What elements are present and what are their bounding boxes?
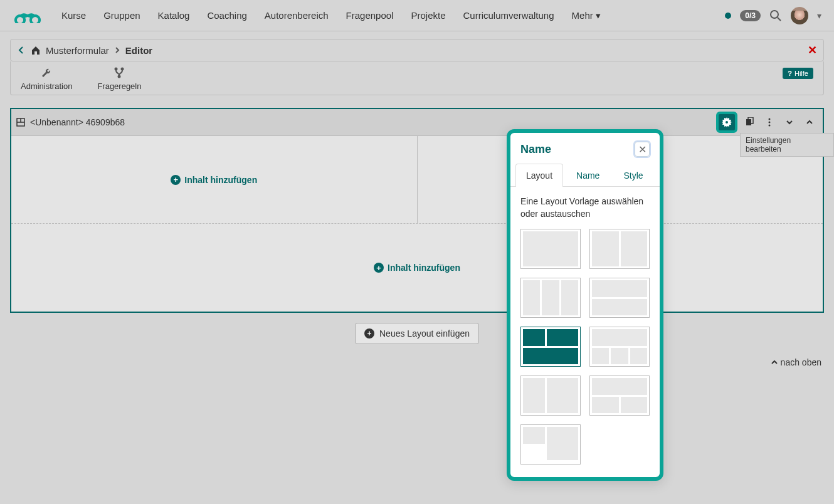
tab-style[interactable]: Style — [613, 164, 653, 187]
topbar-right: 0/3 ▾ — [725, 7, 821, 24]
popover-tabs: Layout Name Style — [510, 163, 660, 187]
copy-button[interactable] — [741, 114, 757, 130]
chevron-up-icon[interactable] — [801, 114, 818, 130]
popover-description: Eine Layout Vorlage auswählen oder austa… — [520, 196, 650, 220]
chevron-up-icon — [771, 359, 778, 366]
layout-option-1top-3bottom[interactable] — [589, 327, 650, 367]
back-to-top[interactable]: nach oben — [771, 357, 821, 367]
logo[interactable] — [13, 8, 43, 23]
nav-links: Kurse Gruppen Katalog Coaching Autorenbe… — [53, 1, 610, 30]
question-icon: ? — [788, 70, 792, 77]
svg-line-1 — [778, 18, 781, 21]
back-icon[interactable] — [17, 46, 26, 55]
svg-point-4 — [118, 75, 121, 78]
nav-projekte[interactable]: Projekte — [402, 1, 454, 29]
help-button[interactable]: ? Hilfe — [783, 68, 813, 79]
breadcrumb-current: Editor — [125, 45, 152, 56]
more-vertical-icon[interactable] — [761, 114, 778, 130]
chevron-right-icon — [114, 47, 120, 53]
help-label: Hilfe — [794, 70, 808, 77]
layout-title: <Unbenannt> 46909b68 — [30, 117, 711, 127]
svg-point-2 — [115, 68, 118, 71]
tab-name[interactable]: Name — [566, 164, 610, 187]
nav-gruppen[interactable]: Gruppen — [95, 1, 149, 29]
add-content-label: Inhalt hinzufügen — [388, 263, 460, 273]
tool-administration[interactable]: Administration — [21, 66, 72, 91]
nav-katalog[interactable]: Katalog — [149, 1, 199, 29]
toolbar: Administration Frageregeln ? Hilfe — [10, 61, 824, 95]
popover-title: Name — [520, 143, 551, 156]
close-icon[interactable]: ✕ — [808, 43, 817, 57]
branch-icon — [113, 66, 125, 79]
new-layout-button[interactable]: + Neues Layout einfügen — [355, 323, 479, 344]
breadcrumb-title[interactable]: Musterformular — [46, 45, 109, 56]
nav-autorenbereich[interactable]: Autorenbereich — [256, 1, 337, 29]
new-layout-wrap: + Neues Layout einfügen — [10, 323, 824, 344]
add-content-button[interactable]: + Inhalt hinzufügen — [171, 175, 257, 185]
layout-header-actions — [716, 112, 818, 133]
svg-point-14 — [769, 125, 771, 127]
top-nav: Kurse Gruppen Katalog Coaching Autorenbe… — [0, 0, 834, 31]
layout-options-grid — [520, 229, 650, 465]
nav-more-label: Mehr — [572, 10, 593, 21]
search-icon[interactable] — [769, 9, 782, 22]
layout-row-2[interactable]: + Inhalt hinzufügen — [11, 224, 823, 312]
settings-popover: Name ✕ Layout Name Style Eine Layout Vor… — [507, 129, 663, 481]
caret-down-icon[interactable]: ▾ — [817, 11, 821, 21]
page-wrap: Musterformular Editor ✕ Administration F… — [0, 31, 834, 352]
add-content-label: Inhalt hinzufügen — [184, 175, 257, 185]
popover-header: Name ✕ — [510, 133, 660, 163]
plus-icon: + — [364, 328, 374, 339]
svg-rect-10 — [746, 119, 751, 125]
chevron-down-icon[interactable] — [781, 114, 798, 130]
svg-point-9 — [726, 121, 728, 123]
svg-point-0 — [771, 11, 778, 18]
caret-down-icon: ▾ — [596, 10, 601, 21]
svg-point-13 — [769, 122, 771, 123]
layout-option-left-col[interactable] — [520, 375, 581, 416]
layout-grid-icon — [16, 118, 25, 127]
layout-option-left-col-2rows[interactable] — [520, 424, 581, 465]
status-dot-icon — [725, 13, 731, 19]
nav-more[interactable]: Mehr ▾ — [563, 1, 610, 30]
layout-option-1x3[interactable] — [520, 278, 581, 318]
back-to-top-label: nach oben — [781, 357, 821, 367]
popover-body: Eine Layout Vorlage auswählen oder austa… — [510, 187, 660, 477]
home-icon[interactable] — [31, 45, 41, 55]
settings-button[interactable] — [716, 112, 737, 133]
plus-icon: + — [171, 175, 181, 185]
layout-option-2rows[interactable] — [589, 278, 650, 318]
breadcrumb: Musterformular Editor ✕ — [10, 39, 824, 61]
layout-option-1x2[interactable] — [589, 229, 650, 269]
avatar[interactable] — [791, 7, 808, 24]
layout-option-1top-2bottom[interactable] — [589, 375, 650, 416]
nav-curriculum[interactable]: Curriculumverwaltung — [454, 1, 562, 29]
nav-coaching[interactable]: Coaching — [198, 1, 255, 29]
layout-option-2top-1bottom[interactable] — [520, 327, 581, 367]
layout-row-1: + Inhalt hinzufügen — [11, 136, 823, 224]
layout-option-1x1[interactable] — [520, 229, 581, 269]
tool-rules-label: Frageregeln — [97, 81, 141, 91]
tool-admin-label: Administration — [21, 81, 72, 91]
nav-fragenpool[interactable]: Fragenpool — [337, 1, 403, 29]
svg-point-3 — [121, 68, 124, 71]
notification-badge[interactable]: 0/3 — [740, 10, 761, 21]
layout-cell-left[interactable]: + Inhalt hinzufügen — [11, 136, 418, 223]
tool-frageregeln[interactable]: Frageregeln — [97, 66, 141, 91]
layout-header: <Unbenannt> 46909b68 — [11, 109, 823, 136]
nav-kurse[interactable]: Kurse — [53, 1, 95, 29]
settings-tooltip: Einstellungen bearbeiten — [740, 133, 834, 157]
new-layout-label: Neues Layout einfügen — [379, 328, 470, 339]
layout-body: + Inhalt hinzufügen + Inhalt hinzufügen — [11, 136, 823, 312]
add-content-button[interactable]: + Inhalt hinzufügen — [374, 263, 460, 273]
wrench-icon — [40, 66, 53, 79]
svg-point-12 — [769, 118, 771, 120]
popover-close-button[interactable]: ✕ — [635, 142, 650, 157]
layout-block: <Unbenannt> 46909b68 — [10, 108, 824, 313]
tab-layout[interactable]: Layout — [515, 164, 563, 187]
plus-icon: + — [374, 263, 384, 273]
